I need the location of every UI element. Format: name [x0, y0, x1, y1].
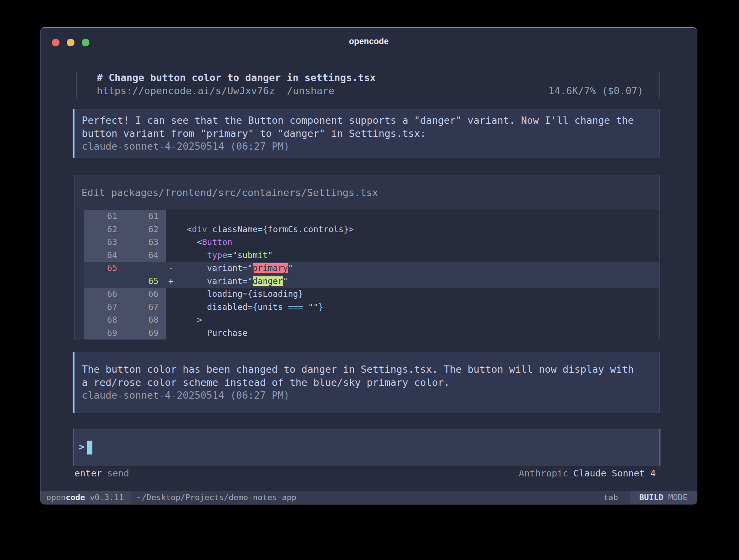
- diff-row: 6363 <Button: [84, 236, 659, 249]
- diff-code-line: type="submit": [176, 249, 659, 262]
- diff-row: 65+ variant="danger": [84, 275, 659, 288]
- edit-tool-header: Edit packages/frontend/src/containers/Se…: [75, 175, 659, 210]
- message-line: The button color has been changed to dan…: [82, 363, 650, 376]
- status-bar: opencodev0.3.11 ~/Desktop/Projects/demo-…: [41, 491, 697, 504]
- edit-file-path: packages/frontend/src/containers/Setting…: [111, 187, 378, 198]
- message-meta: claude-sonnet-4-20250514 (06:27 PM): [82, 140, 650, 153]
- diff-row: 6262 <div className={formCs.controls}>: [84, 223, 659, 236]
- diff-code-line: >: [176, 314, 659, 327]
- composer-hints: entersend AnthropicClaude Sonnet 4: [74, 468, 660, 479]
- diff-code-line: Purchase: [176, 327, 659, 340]
- tab-key-hint: tab: [604, 491, 618, 504]
- app-name-regular: open: [46, 493, 66, 502]
- diff-row: 6666 loading={isLoading}: [84, 288, 659, 301]
- mode-toggle[interactable]: BUILDMODE: [630, 491, 697, 504]
- message-line: Perfect! I can see that the Button compo…: [82, 114, 650, 127]
- diff-row: 6161: [84, 210, 659, 223]
- diff-new-line-number: 65: [125, 275, 166, 288]
- diff-marker: [166, 210, 176, 223]
- diff-old-line-number: 69: [84, 327, 125, 340]
- diff-marker: [166, 223, 176, 236]
- diff-code-line: <div className={formCs.controls}>: [176, 223, 659, 236]
- prompt-caret: >: [79, 441, 84, 452]
- diff-new-line-number: 67: [125, 301, 166, 314]
- message-meta: claude-sonnet-4-20250514 (06:27 PM): [82, 389, 650, 402]
- diff-marker: [166, 288, 176, 301]
- diff-code-line: <Button: [176, 236, 659, 249]
- diff-marker: [166, 301, 176, 314]
- model-label: Claude Sonnet 4: [573, 468, 656, 479]
- diff-old-line-number: 63: [84, 236, 125, 249]
- diff-old-line-number: 64: [84, 249, 125, 262]
- app-name-bold: code: [66, 493, 85, 502]
- diff-marker: [166, 314, 176, 327]
- diff-code-line: [176, 210, 659, 223]
- unshare-command[interactable]: /unshare: [287, 84, 334, 97]
- diff-marker: +: [166, 275, 176, 288]
- diff-rows: 61616262 <div className={formCs.controls…: [84, 210, 659, 340]
- diff-code-line: variant="primary": [176, 262, 659, 275]
- diff-new-line-number: 69: [125, 327, 166, 340]
- diff-code-line: loading={isLoading}: [176, 288, 659, 301]
- assistant-message-2: The button color has been changed to dan…: [73, 352, 660, 413]
- diff-old-line-number: 65: [84, 262, 125, 275]
- text-cursor: [87, 441, 92, 454]
- diff-new-line-number: [125, 262, 166, 275]
- mode-name: BUILD: [639, 493, 663, 502]
- diff-code-line: disabled={units === ""}: [176, 301, 659, 314]
- diff-row: 6969 Purchase: [84, 327, 659, 340]
- mode-suffix: MODE: [668, 493, 688, 502]
- diff-table: 61616262 <div className={formCs.controls…: [75, 210, 659, 340]
- window-title: opencode: [41, 37, 697, 46]
- diff-old-line-number: 67: [84, 301, 125, 314]
- edit-tool-label: Edit: [81, 187, 105, 198]
- diff-old-line-number: 66: [84, 288, 125, 301]
- message-line: a red/rose color scheme instead of the b…: [82, 376, 650, 389]
- diff-new-line-number: 63: [125, 236, 166, 249]
- diff-new-line-number: 64: [125, 249, 166, 262]
- diff-marker: [166, 249, 176, 262]
- diff-new-line-number: 68: [125, 314, 166, 327]
- diff-old-line-number: 62: [84, 223, 125, 236]
- diff-new-line-number: 61: [125, 210, 166, 223]
- diff-row: 65- variant="primary": [84, 262, 659, 275]
- diff-new-line-number: 66: [125, 288, 166, 301]
- share-url-link[interactable]: https://opencode.ai/s/UwJxv76z: [97, 84, 275, 97]
- diff-new-line-number: 62: [125, 223, 166, 236]
- diff-row: 6464 type="submit": [84, 249, 659, 262]
- working-directory: ~/Desktop/Projects/demo-notes-app: [137, 491, 296, 504]
- diff-row: 6868 >: [84, 314, 659, 327]
- enter-key-hint: enter: [74, 468, 102, 479]
- context-stats: 14.6K/7% ($0.07): [548, 84, 659, 97]
- opencode-window: opencode # Change button color to danger…: [40, 27, 697, 505]
- session-header: # Change button color to danger in setti…: [76, 71, 660, 99]
- app-version-badge: opencodev0.3.11: [41, 491, 131, 504]
- diff-code-line: variant="danger": [176, 275, 659, 288]
- edit-tool-card: Edit packages/frontend/src/containers/Se…: [74, 175, 660, 340]
- prompt-input[interactable]: >: [73, 429, 660, 466]
- app-version: v0.3.11: [90, 493, 124, 502]
- diff-marker: [166, 236, 176, 249]
- diff-old-line-number: [84, 275, 125, 288]
- provider-label: Anthropic: [519, 468, 568, 479]
- message-line: button variant from "primary" to "danger…: [82, 127, 650, 140]
- diff-row: 6767 disabled={units === ""}: [84, 301, 659, 314]
- diff-old-line-number: 61: [84, 210, 125, 223]
- session-title: # Change button color to danger in setti…: [97, 71, 659, 84]
- diff-old-line-number: 68: [84, 314, 125, 327]
- diff-marker: -: [166, 262, 176, 275]
- diff-marker: [166, 327, 176, 340]
- assistant-message-1: Perfect! I can see that the Button compo…: [73, 109, 660, 158]
- send-action-hint: send: [107, 468, 129, 479]
